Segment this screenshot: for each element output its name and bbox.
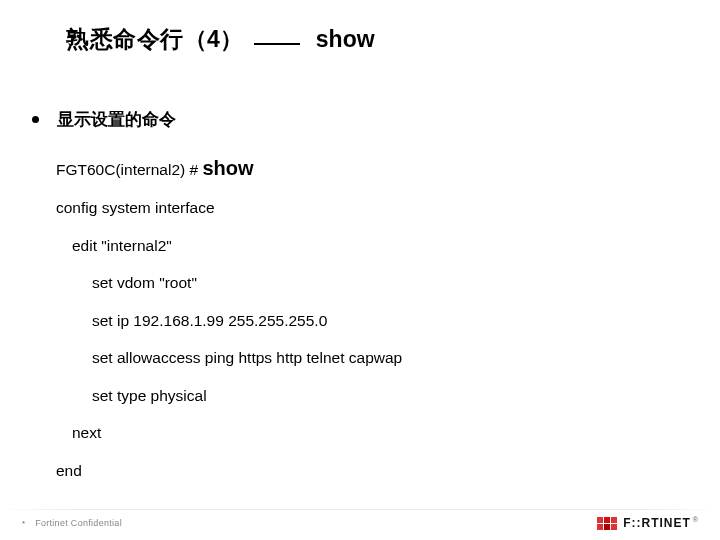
confidential-label: Fortinet Confidential <box>35 518 122 528</box>
cli-line: set vdom "root" <box>56 275 402 291</box>
title-prefix: 熟悉命令行（4） <box>66 24 244 55</box>
slide: 熟悉命令行（4） show 显示设置的命令 FGT60C(internal2) … <box>0 0 720 540</box>
cli-line: set type physical <box>56 388 402 404</box>
cli-prompt: FGT60C(internal2) # <box>56 161 198 178</box>
slide-title: 熟悉命令行（4） show <box>66 24 375 55</box>
footer-left: * Fortinet Confidential <box>22 518 122 528</box>
cli-line: set ip 192.168.1.99 255.255.255.0 <box>56 313 402 329</box>
cli-line: config system interface <box>56 200 402 216</box>
footer: * Fortinet Confidential F::RTINET ® <box>0 516 720 530</box>
title-command: show <box>316 26 375 53</box>
cli-prompt-line: FGT60C(internal2) # show <box>56 158 402 178</box>
cli-line: end <box>56 463 402 479</box>
fortinet-logo-text: F::RTINET <box>623 516 691 530</box>
cli-output: FGT60C(internal2) # show config system i… <box>56 158 402 500</box>
fortinet-logo: F::RTINET ® <box>597 516 698 530</box>
cli-line: next <box>56 425 402 441</box>
bullet-icon <box>32 116 39 123</box>
page-number: * <box>22 519 25 528</box>
fortinet-logo-icon <box>597 517 617 530</box>
bullet-item: 显示设置的命令 <box>32 108 176 131</box>
cli-command: show <box>202 157 253 179</box>
cli-line: set allowaccess ping https http telnet c… <box>56 350 402 366</box>
bullet-text: 显示设置的命令 <box>57 108 176 131</box>
registered-mark: ® <box>693 516 698 523</box>
cli-line: edit "internal2" <box>56 238 402 254</box>
divider <box>0 509 720 510</box>
title-dash-icon <box>254 43 300 45</box>
